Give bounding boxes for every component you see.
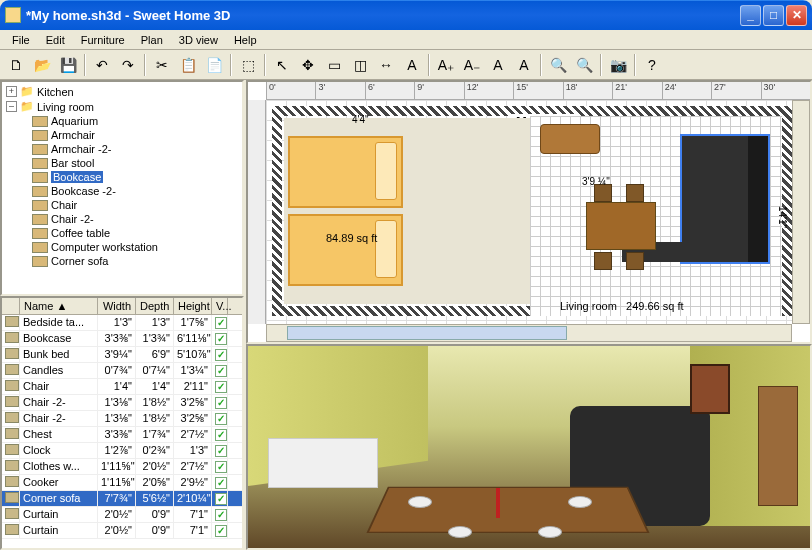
app-icon — [5, 7, 21, 23]
scrollbar-vertical[interactable] — [792, 100, 810, 324]
table-row[interactable]: Candles0'7¾"0'7¼"1'3¼"✓ — [2, 363, 242, 379]
menu-3d-view[interactable]: 3D view — [171, 32, 226, 48]
tree-item[interactable]: Armchair -2- — [4, 142, 240, 156]
table-row[interactable]: Chest3'3⅜"1'7¾"2'7½"✓ — [2, 427, 242, 443]
room-area: 84.89 sq ft — [326, 232, 377, 244]
photo-icon[interactable]: 📷 — [606, 53, 630, 77]
menu-edit[interactable]: Edit — [38, 32, 73, 48]
furniture-door-3d — [758, 386, 798, 506]
paste-icon[interactable]: 📄 — [202, 53, 226, 77]
select-icon[interactable]: ↖ — [270, 53, 294, 77]
redo-icon[interactable]: ↷ — [116, 53, 140, 77]
tree-item[interactable]: Armchair — [4, 128, 240, 142]
add-furniture-icon[interactable]: ⬚ — [236, 53, 260, 77]
tree-item[interactable]: Aquarium — [4, 114, 240, 128]
room-icon[interactable]: ◫ — [348, 53, 372, 77]
dimension-label: 14'1" — [777, 206, 788, 228]
furniture-picture-3d — [690, 364, 730, 414]
maximize-button[interactable]: □ — [763, 5, 784, 26]
table-row[interactable]: Cooker1'11⅝"2'0⅝"2'9½"✓ — [2, 475, 242, 491]
zoom-out-icon[interactable]: 🔍 — [572, 53, 596, 77]
tree-item[interactable]: Corner sofa — [4, 254, 240, 268]
3d-view[interactable] — [246, 344, 812, 550]
catalog-tree[interactable]: +📁Kitchen–📁Living roomAquariumArmchairAr… — [0, 80, 244, 296]
menu-file[interactable]: File — [4, 32, 38, 48]
table-row[interactable]: Bedside ta...1'3"1'3"1'7⅝"✓ — [2, 315, 242, 331]
text-bold-icon[interactable]: A — [486, 53, 510, 77]
furniture-sofa[interactable] — [680, 134, 770, 264]
toolbar: 🗋📂💾↶↷✂📋📄⬚↖✥▭◫↔AA₊A₋AA🔍🔍📷? — [0, 50, 812, 80]
text-inc-icon[interactable]: A₊ — [434, 53, 458, 77]
room-label: Living room 249.66 sq ft — [560, 300, 684, 312]
furniture-table[interactable]: Name ▲ Width Depth Height V... Bedside t… — [0, 296, 244, 550]
zoom-in-icon[interactable]: 🔍 — [546, 53, 570, 77]
dimension-icon[interactable]: ↔ — [374, 53, 398, 77]
plan-canvas[interactable]: My home 4'4" 3'9 ¼" 14'1" 84.89 sq ft — [266, 100, 792, 324]
tree-item[interactable]: Chair — [4, 198, 240, 212]
text-dec-icon[interactable]: A₋ — [460, 53, 484, 77]
furniture-table-plan[interactable] — [586, 202, 656, 250]
window-title: *My home.sh3d - Sweet Home 3D — [26, 8, 740, 23]
table-row[interactable]: Clock1'2⅞"0'2¾"1'3"✓ — [2, 443, 242, 459]
table-row[interactable]: Clothes w...1'11⅝"2'0½"2'7½"✓ — [2, 459, 242, 475]
scrollbar-horizontal[interactable] — [266, 324, 792, 342]
furniture-bed[interactable] — [288, 214, 403, 286]
table-row[interactable]: Bunk bed3'9¼"6'9"5'10⅞"✓ — [2, 347, 242, 363]
tree-item[interactable]: Chair -2- — [4, 212, 240, 226]
menu-plan[interactable]: Plan — [133, 32, 171, 48]
tree-category[interactable]: +📁Kitchen — [4, 84, 240, 99]
col-width[interactable]: Width — [98, 298, 136, 314]
furniture-chair[interactable] — [594, 252, 612, 270]
text-italic-icon[interactable]: A — [512, 53, 536, 77]
ruler-vertical — [248, 100, 266, 324]
furniture-chair[interactable] — [626, 184, 644, 202]
tree-item[interactable]: Computer workstation — [4, 240, 240, 254]
pan-icon[interactable]: ✥ — [296, 53, 320, 77]
menubar: FileEditFurniturePlan3D viewHelp — [0, 30, 812, 50]
table-row[interactable]: Chair -2-1'3⅛"1'8½"3'2⅝"✓ — [2, 395, 242, 411]
table-row[interactable]: Curtain2'0½"0'9"7'1"✓ — [2, 507, 242, 523]
undo-icon[interactable]: ↶ — [90, 53, 114, 77]
titlebar: *My home.sh3d - Sweet Home 3D _ □ ✕ — [0, 0, 812, 30]
table-row[interactable]: Curtain2'0½"0'9"7'1"✓ — [2, 523, 242, 539]
furniture-desk[interactable] — [540, 124, 600, 154]
furniture-candle-3d — [488, 478, 508, 518]
close-button[interactable]: ✕ — [786, 5, 807, 26]
col-depth[interactable]: Depth — [136, 298, 174, 314]
furniture-chair[interactable] — [626, 252, 644, 270]
menu-furniture[interactable]: Furniture — [73, 32, 133, 48]
dimension-label: 3'9 ¼" — [582, 176, 610, 187]
text-icon[interactable]: A — [400, 53, 424, 77]
dimension-label: 4'4" — [352, 114, 369, 125]
col-visible[interactable]: V... — [212, 298, 228, 314]
furniture-radiator-3d — [268, 438, 378, 488]
tree-item[interactable]: Coffee table — [4, 226, 240, 240]
minimize-button[interactable]: _ — [740, 5, 761, 26]
furniture-table-3d — [366, 487, 649, 533]
wall-icon[interactable]: ▭ — [322, 53, 346, 77]
copy-icon[interactable]: 📋 — [176, 53, 200, 77]
table-row[interactable]: Chair1'4"1'4"2'11"✓ — [2, 379, 242, 395]
ruler-horizontal: 0'3'6'9'12'15'18'21'24'27'30' — [266, 82, 810, 100]
furniture-bed[interactable] — [288, 136, 403, 208]
table-row[interactable]: Bookcase3'3⅜"1'3¾"6'11⅛"✓ — [2, 331, 242, 347]
cut-icon[interactable]: ✂ — [150, 53, 174, 77]
col-height[interactable]: Height — [174, 298, 212, 314]
table-row[interactable]: Corner sofa7'7¾"5'6½"2'10¼"✓ — [2, 491, 242, 507]
tree-category[interactable]: –📁Living room — [4, 99, 240, 114]
tree-item[interactable]: Bookcase -2- — [4, 184, 240, 198]
open-icon[interactable]: 📂 — [30, 53, 54, 77]
tree-item[interactable]: Bar stool — [4, 156, 240, 170]
plan-view[interactable]: 0'3'6'9'12'15'18'21'24'27'30' My home — [246, 80, 812, 344]
new-icon[interactable]: 🗋 — [4, 53, 28, 77]
col-name[interactable]: Name ▲ — [20, 298, 98, 314]
help-icon[interactable]: ? — [640, 53, 664, 77]
tree-item[interactable]: Bookcase — [4, 170, 240, 184]
save-icon[interactable]: 💾 — [56, 53, 80, 77]
table-row[interactable]: Chair -2-1'3⅛"1'8½"3'2⅝"✓ — [2, 411, 242, 427]
menu-help[interactable]: Help — [226, 32, 265, 48]
